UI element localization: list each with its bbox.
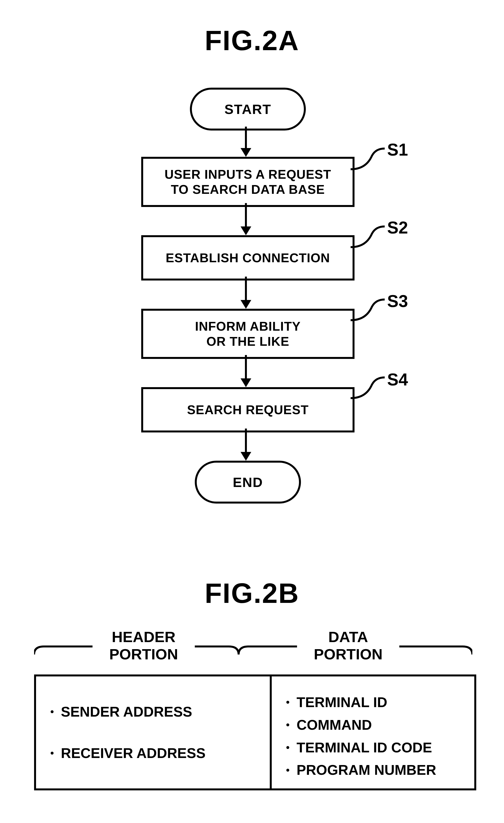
header-portion-label-2: PORTION — [93, 646, 195, 663]
packet-table: SENDER ADDRESS RECEIVER ADDRESS TERMINAL… — [34, 674, 476, 790]
header-portion-label-1: HEADER — [93, 628, 195, 646]
step-s4-box: SEARCH REQUEST — [141, 387, 354, 433]
header-item-0: SENDER ADDRESS — [61, 700, 192, 723]
connector-s3 — [348, 297, 387, 324]
arrow — [245, 277, 247, 301]
header-portion-label: HEADER PORTION — [93, 628, 195, 663]
bullet-icon — [51, 710, 53, 713]
data-item-row: COMMAND — [286, 714, 460, 736]
step-s3-text2: OR THE LIKE — [206, 334, 289, 349]
brace-data-left — [238, 638, 297, 655]
arrow-head-icon — [240, 378, 251, 387]
figure-2b-title: FIG.2B — [0, 577, 504, 609]
data-portion-label-1: DATA — [297, 628, 399, 646]
step-s3-text1: INFORM ABILITY — [195, 319, 301, 334]
bullet-icon — [286, 701, 289, 704]
data-portion-label: DATA PORTION — [297, 628, 399, 663]
header-item-row: SENDER ADDRESS — [51, 700, 255, 723]
step-s1-label: S1 — [387, 140, 408, 159]
connector-s2 — [348, 224, 387, 251]
data-item-row: PROGRAM NUMBER — [286, 759, 460, 781]
data-item-3: PROGRAM NUMBER — [297, 759, 436, 781]
data-item-1: COMMAND — [297, 714, 372, 736]
brace-header-right — [195, 638, 238, 655]
arrow — [245, 355, 247, 379]
step-s1-text2: TO SEARCH DATA BASE — [171, 182, 325, 197]
arrow-head-icon — [240, 148, 251, 157]
header-portion-column: SENDER ADDRESS RECEIVER ADDRESS — [36, 676, 272, 788]
data-item-row: TERMINAL ID CODE — [286, 736, 460, 759]
step-s2-box: ESTABLISH CONNECTION — [141, 235, 354, 281]
arrow-head-icon — [240, 226, 251, 235]
arrow — [245, 127, 247, 149]
figure-2a-title: FIG.2A — [0, 24, 504, 56]
arrow — [245, 429, 247, 453]
data-item-row: TERMINAL ID — [286, 691, 460, 714]
bullet-icon — [51, 752, 53, 755]
bullet-icon — [286, 723, 289, 726]
connector-s4 — [348, 375, 387, 402]
bullet-icon — [286, 769, 289, 772]
brace-header-left — [34, 638, 93, 655]
step-s1-box: USER INPUTS A REQUEST TO SEARCH DATA BAS… — [141, 157, 354, 207]
arrow — [245, 203, 247, 227]
step-s4-label: S4 — [387, 370, 408, 389]
end-label: END — [233, 474, 263, 490]
step-s2-label: S2 — [387, 218, 408, 237]
data-portion-column: TERMINAL ID COMMAND TERMINAL ID CODE PRO… — [272, 676, 474, 788]
step-s3-box: INFORM ABILITY OR THE LIKE — [141, 309, 354, 359]
start-label: START — [224, 101, 272, 117]
arrow-head-icon — [240, 300, 251, 309]
step-s3-label: S3 — [387, 292, 408, 311]
data-item-2: TERMINAL ID CODE — [297, 736, 432, 759]
data-item-0: TERMINAL ID — [297, 691, 387, 714]
header-item-1: RECEIVER ADDRESS — [61, 742, 205, 765]
connector-s1 — [348, 146, 387, 173]
data-portion-label-2: PORTION — [297, 646, 399, 663]
step-s2-text1: ESTABLISH CONNECTION — [166, 250, 330, 266]
arrow-head-icon — [240, 452, 251, 461]
step-s4-text1: SEARCH REQUEST — [187, 402, 309, 417]
brace-data-right — [399, 638, 472, 655]
bullet-icon — [286, 746, 289, 749]
step-s1-text1: USER INPUTS A REQUEST — [165, 167, 331, 182]
header-item-row: RECEIVER ADDRESS — [51, 742, 255, 765]
